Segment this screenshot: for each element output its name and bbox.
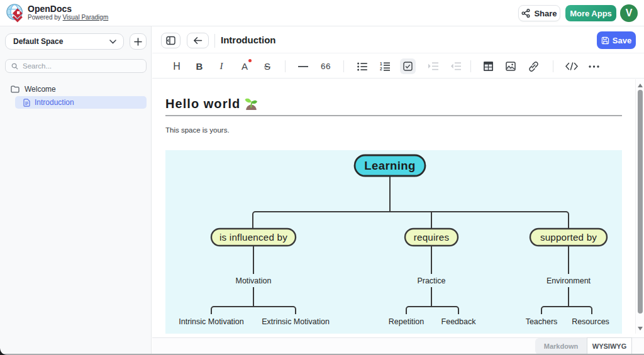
- svg-text:Repetition: Repetition: [389, 317, 424, 326]
- svg-text:Feedback: Feedback: [441, 317, 477, 326]
- svg-text:Practice: Practice: [417, 276, 445, 285]
- svg-text:Teachers: Teachers: [526, 317, 558, 326]
- svg-text:is influenced by: is influenced by: [219, 232, 287, 243]
- svg-text:2: 2: [380, 67, 382, 71]
- svg-text:Intrinsic Motivation: Intrinsic Motivation: [179, 317, 244, 326]
- svg-text:Resources: Resources: [572, 317, 609, 326]
- svg-text:Environment: Environment: [547, 276, 591, 285]
- svg-text:Extrinsic Motivation: Extrinsic Motivation: [262, 317, 330, 326]
- svg-text:Motivation: Motivation: [236, 276, 272, 285]
- svg-text:1: 1: [380, 62, 382, 66]
- svg-text:Learning: Learning: [364, 159, 415, 172]
- svg-text:supported by: supported by: [540, 232, 597, 243]
- svg-text:requires: requires: [414, 232, 450, 243]
